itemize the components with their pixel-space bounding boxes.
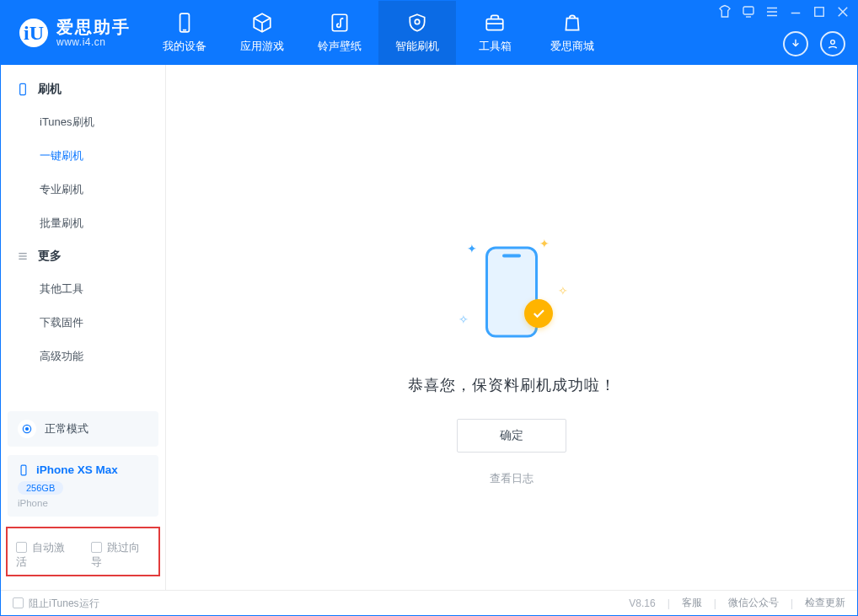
sidebar-item-itunes-flash[interactable]: iTunes刷机 [1, 105, 165, 139]
sidebar-item-other-tools[interactable]: 其他工具 [1, 272, 165, 306]
svg-rect-21 [21, 465, 26, 475]
separator: | [791, 597, 793, 609]
group-title: 刷机 [38, 82, 62, 97]
nav-my-device[interactable]: 我的设备 [146, 1, 223, 65]
svg-rect-15 [20, 83, 26, 94]
device-name: iPhone XS Max [18, 463, 148, 476]
nav-store[interactable]: 爱思商城 [534, 1, 611, 65]
success-illustration: ✦ ✦ ✧ ✧ [448, 233, 575, 360]
top-nav: 我的设备 应用游戏 铃声壁纸 智能刷机 工具箱 爱思商城 [146, 1, 611, 65]
separator: | [668, 597, 670, 609]
maximize-icon[interactable] [812, 4, 827, 19]
checkbox-icon[interactable] [91, 542, 102, 553]
spark-icon: ✧ [558, 284, 568, 297]
checkbox-icon[interactable] [13, 597, 24, 608]
version-label: V8.16 [629, 597, 655, 609]
wechat-link[interactable]: 微信公众号 [728, 596, 779, 610]
nav-smart-flash[interactable]: 智能刷机 [378, 1, 456, 65]
mode-icon [18, 420, 36, 438]
phone-outline-icon [16, 83, 29, 96]
minimize-icon[interactable] [788, 4, 803, 19]
option-skip-guide[interactable]: 跳过向导 [91, 540, 151, 570]
app-domain: www.i4.cn [56, 36, 131, 48]
svg-rect-4 [486, 19, 503, 30]
download-button[interactable] [783, 31, 808, 56]
device-mode-label: 正常模式 [45, 422, 88, 437]
svg-rect-0 [180, 13, 190, 32]
sidebar-item-batch-flash[interactable]: 批量刷机 [1, 206, 165, 240]
svg-rect-2 [332, 14, 346, 31]
status-bar: 阻止iTunes运行 V8.16 | 客服 | 微信公众号 | 检查更新 [1, 590, 857, 615]
options-highlight: 自动激活 跳过向导 [6, 527, 160, 576]
account-button[interactable] [820, 31, 845, 56]
spark-icon: ✧ [458, 313, 469, 326]
title-bar: iU 爱思助手 www.i4.cn 我的设备 应用游戏 铃声壁纸 智能刷机 工具… [1, 1, 857, 65]
nav-label: 铃声壁纸 [318, 39, 362, 54]
logo-text: 爱思助手 www.i4.cn [56, 18, 131, 48]
result-title: 恭喜您，保资料刷机成功啦！ [360, 375, 663, 395]
skin-icon[interactable] [717, 4, 732, 19]
device-mode-card[interactable]: 正常模式 [8, 411, 158, 447]
svg-rect-6 [743, 7, 753, 14]
group-title: 更多 [38, 249, 62, 264]
support-link[interactable]: 客服 [682, 596, 702, 610]
header-actions [783, 31, 845, 56]
window-controls [717, 4, 850, 19]
toolbox-icon [484, 12, 506, 34]
spark-icon: ✦ [467, 242, 477, 255]
shield-icon [406, 12, 428, 34]
svg-point-3 [415, 19, 419, 24]
view-log-link[interactable]: 查看日志 [360, 471, 663, 486]
music-icon [329, 12, 351, 34]
svg-rect-11 [815, 8, 824, 17]
bag-icon [561, 12, 583, 34]
sidebar-item-pro-flash[interactable]: 专业刷机 [1, 173, 165, 206]
nav-apps-games[interactable]: 应用游戏 [223, 1, 301, 65]
nav-label: 工具箱 [479, 39, 512, 54]
phone-small-icon [18, 464, 29, 476]
feedback-icon[interactable] [741, 4, 756, 19]
logo-badge: iU [19, 19, 48, 47]
checkbox-icon[interactable] [16, 542, 27, 553]
ok-button[interactable]: 确定 [457, 419, 566, 453]
device-name-text: iPhone XS Max [36, 463, 118, 476]
option-label: 阻止iTunes运行 [29, 597, 99, 609]
nav-label: 我的设备 [163, 39, 206, 54]
nav-label: 智能刷机 [395, 39, 439, 54]
sidebar-item-oneclick-flash[interactable]: 一键刷机 [1, 139, 165, 173]
sidebar-item-download-firmware[interactable]: 下载固件 [1, 306, 165, 340]
svg-point-14 [831, 40, 835, 45]
device-type: iPhone [18, 498, 148, 508]
option-auto-activate[interactable]: 自动激活 [16, 540, 76, 570]
nav-label: 爱思商城 [550, 39, 594, 54]
content-area: 刷机 iTunes刷机 一键刷机 专业刷机 批量刷机 更多 其他工具 下载固件 … [1, 65, 857, 590]
close-icon[interactable] [835, 4, 850, 19]
separator: | [714, 597, 716, 609]
svg-point-20 [26, 428, 29, 431]
main-panel: ✦ ✦ ✧ ✧ 恭喜您，保资料刷机成功啦！ 确定 查看日志 [166, 65, 857, 590]
app-logo: iU 爱思助手 www.i4.cn [1, 1, 146, 65]
phone-icon [174, 12, 196, 34]
sidebar-item-advanced[interactable]: 高级功能 [1, 340, 165, 373]
device-capacity-badge: 256GB [18, 481, 63, 495]
check-update-link[interactable]: 检查更新 [805, 596, 845, 610]
nav-toolbox[interactable]: 工具箱 [456, 1, 534, 65]
menu-icon[interactable] [764, 4, 780, 19]
block-itunes-option[interactable]: 阻止iTunes运行 [13, 596, 99, 611]
result-block: ✦ ✦ ✧ ✧ 恭喜您，保资料刷机成功啦！ 确定 查看日志 [360, 233, 663, 486]
cube-icon [251, 12, 273, 34]
spark-icon: ✦ [539, 237, 550, 250]
sidebar-group-flash: 刷机 [1, 73, 165, 105]
device-info-card[interactable]: iPhone XS Max 256GB iPhone [8, 455, 158, 517]
check-badge-icon [524, 299, 553, 328]
app-name: 爱思助手 [56, 18, 131, 36]
nav-ringtone-wallpaper[interactable]: 铃声壁纸 [301, 1, 378, 65]
list-icon [16, 249, 29, 263]
sidebar: 刷机 iTunes刷机 一键刷机 专业刷机 批量刷机 更多 其他工具 下载固件 … [1, 65, 166, 590]
nav-label: 应用游戏 [240, 39, 284, 54]
sidebar-group-more: 更多 [1, 240, 165, 272]
